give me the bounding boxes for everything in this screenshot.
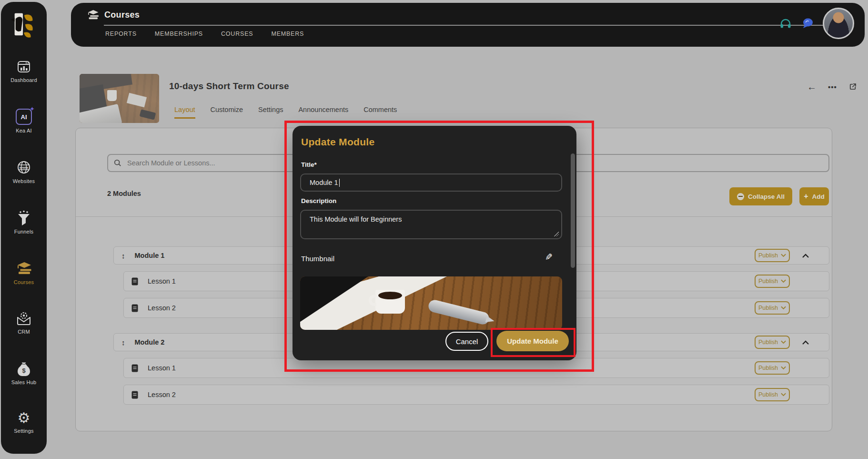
- lesson-doc-icon: [131, 277, 138, 286]
- lesson-title: Lesson 2: [148, 304, 176, 312]
- publish-select[interactable]: Publish: [755, 275, 790, 288]
- update-module-dialog: Update Module Title* Module 1 Descriptio…: [293, 126, 576, 360]
- svg-text:www: www: [19, 165, 29, 170]
- lesson-title: Lesson 1: [148, 364, 176, 372]
- tab-comments[interactable]: Comments: [363, 106, 397, 119]
- title-field-label: Title*: [301, 161, 317, 168]
- kea-ai-icon: AI ✦: [16, 109, 32, 125]
- sidebar-item-label: Courses: [14, 279, 34, 285]
- add-module-button[interactable]: + Add: [799, 187, 829, 205]
- courses-icon: [15, 260, 32, 276]
- plus-icon: +: [804, 192, 808, 201]
- module-thumbnail-image: [300, 276, 562, 330]
- lesson-title: Lesson 1: [148, 277, 176, 285]
- crm-icon: [16, 311, 32, 326]
- headset-icon[interactable]: [779, 17, 792, 30]
- header-nav: REPORTS MEMBERSHIPS COURSES MEMBERS: [105, 31, 304, 37]
- update-module-button[interactable]: Update Module: [496, 331, 569, 351]
- app-root: Dashboard AI ✦ Kea AI www Websites: [0, 0, 868, 459]
- course-title: 10-days Short Term Course: [169, 81, 289, 92]
- lesson-row[interactable]: Lesson 2 Publish: [123, 385, 829, 405]
- funnels-icon: [16, 210, 31, 226]
- page-title: Courses: [104, 10, 140, 20]
- header-divider: [104, 25, 824, 26]
- tab-settings[interactable]: Settings: [258, 106, 283, 119]
- sidebar-item-label: Kea AI: [16, 128, 32, 133]
- module-title: Module 1: [135, 252, 165, 259]
- lesson-title: Lesson 2: [148, 391, 176, 398]
- chevron-down-icon: [781, 254, 786, 257]
- modules-count: 2 Modules: [107, 190, 141, 197]
- nav-members[interactable]: MEMBERS: [271, 31, 304, 37]
- nav-memberships[interactable]: MEMBERSHIPS: [155, 31, 203, 37]
- drag-handle-icon[interactable]: ↕: [121, 338, 125, 347]
- chevron-down-icon: [781, 279, 786, 283]
- collapse-all-label: Collapse All: [748, 193, 785, 200]
- module-title: Module 2: [135, 338, 165, 346]
- description-textarea[interactable]: This Module will for Beginners: [300, 210, 562, 239]
- publish-select[interactable]: Publish: [755, 361, 790, 375]
- sparkle-icon: ✦: [30, 105, 35, 112]
- courses-books-icon: [86, 9, 100, 21]
- tab-layout[interactable]: Layout: [174, 106, 195, 119]
- resize-grip-icon[interactable]: [554, 232, 559, 236]
- dialog-scrollbar[interactable]: [571, 153, 575, 268]
- chevron-down-icon: [781, 366, 786, 370]
- lesson-doc-icon: [131, 391, 138, 399]
- tab-announcements[interactable]: Announcements: [298, 106, 348, 119]
- sidebar-item-crm[interactable]: CRM: [1, 311, 47, 335]
- lesson-doc-icon: [131, 304, 138, 312]
- sidebar-item-label: Funnels: [14, 229, 34, 235]
- sidebar-item-label: Dashboard: [10, 77, 37, 83]
- sidebar-item-websites[interactable]: www Websites: [1, 159, 47, 184]
- more-options-icon[interactable]: •••: [828, 83, 837, 91]
- course-tabs: Layout Customize Settings Announcements …: [174, 106, 397, 119]
- sidebar-item-courses[interactable]: Courses: [1, 260, 47, 285]
- course-thumbnail-image: [80, 74, 159, 123]
- sidebar-item-label: Sales Hub: [11, 379, 37, 385]
- external-link-icon[interactable]: [848, 82, 857, 91]
- collapse-module-icon[interactable]: [802, 340, 809, 345]
- edit-thumbnail-pencil-icon[interactable]: ✎: [545, 252, 553, 263]
- sidebar-item-funnels[interactable]: Funnels: [1, 210, 47, 235]
- tab-customize[interactable]: Customize: [211, 106, 243, 119]
- cancel-button[interactable]: Cancel: [445, 332, 488, 351]
- publish-select[interactable]: Publish: [755, 249, 790, 262]
- user-avatar[interactable]: [823, 8, 854, 39]
- lesson-row[interactable]: Lesson 1 Publish: [123, 358, 829, 378]
- title-input[interactable]: Module 1: [300, 173, 562, 192]
- sidebar-item-settings[interactable]: ⚙ Settings: [1, 411, 47, 434]
- add-label: Add: [812, 193, 825, 200]
- chevron-down-icon: [781, 340, 786, 344]
- collapse-module-icon[interactable]: [802, 254, 809, 258]
- dashboard-icon: [16, 59, 31, 74]
- dialog-title: Update Module: [301, 136, 374, 148]
- sidebar-item-kea-ai[interactable]: AI ✦ Kea AI: [1, 109, 47, 133]
- sidebar-item-sales-hub[interactable]: $ Sales Hub: [1, 360, 47, 385]
- course-actions: ← •••: [807, 82, 857, 92]
- chevron-down-icon: [781, 306, 786, 310]
- publish-select[interactable]: Publish: [755, 301, 790, 315]
- chat-bubble-icon[interactable]: [801, 17, 814, 30]
- nav-courses[interactable]: COURSES: [221, 31, 253, 37]
- sidebar-item-label: CRM: [18, 329, 30, 335]
- sidebar-item-dashboard[interactable]: Dashboard: [1, 59, 47, 83]
- nav-reports[interactable]: REPORTS: [105, 31, 137, 37]
- sidebar-item-label: Websites: [13, 178, 35, 184]
- sidebar-item-label: Settings: [14, 428, 33, 434]
- publish-select[interactable]: Publish: [755, 388, 790, 401]
- minus-circle-icon: [737, 193, 744, 200]
- top-header: Courses REPORTS MEMBERSHIPS COURSES MEMB…: [71, 3, 865, 47]
- publish-select[interactable]: Publish: [755, 336, 790, 349]
- search-icon: [114, 159, 121, 167]
- svg-text:$: $: [22, 367, 26, 374]
- drag-handle-icon[interactable]: ↕: [121, 252, 125, 260]
- kea-bird-logo: [10, 10, 38, 40]
- sidebar-nav: Dashboard AI ✦ Kea AI www Websites: [1, 59, 47, 434]
- lesson-doc-icon: [131, 364, 138, 372]
- back-arrow-icon[interactable]: ←: [807, 82, 817, 92]
- sidebar: Dashboard AI ✦ Kea AI www Websites: [1, 2, 47, 454]
- collapse-all-button[interactable]: Collapse All: [729, 187, 792, 205]
- text-caret: [339, 179, 340, 187]
- header-title: Courses: [86, 9, 140, 21]
